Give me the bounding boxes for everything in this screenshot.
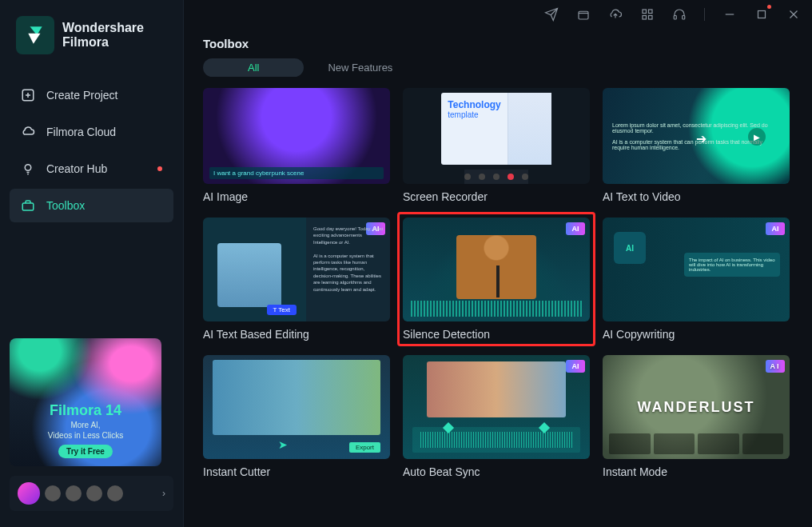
sidebar-item-creator-hub[interactable]: Creator Hub <box>10 152 173 186</box>
svg-rect-11 <box>649 10 653 14</box>
tab-all[interactable]: All <box>203 58 304 77</box>
card-ai-copywriting[interactable]: AI AI The impact of AI on business. This… <box>603 218 790 341</box>
app-logo: Wondershare Filmora <box>10 16 173 54</box>
tab-new-features[interactable]: New Features <box>328 62 392 74</box>
card-screen-recorder[interactable]: Technologytemplate Screen Recorder <box>403 88 590 203</box>
thumb-text: template <box>448 110 500 119</box>
sidebar: Wondershare Filmora Create Project Filmo… <box>0 0 184 527</box>
card-ai-text-to-video[interactable]: Lorem ipsum dolor sit amet, consectetur … <box>603 88 790 203</box>
card-caption: AI Text to Video <box>603 190 790 203</box>
sidebar-item-label: Create Project <box>46 89 117 102</box>
package-icon[interactable] <box>576 7 591 22</box>
svg-marker-1 <box>28 34 40 44</box>
sidebar-item-filmora-cloud[interactable]: Filmora Cloud <box>10 115 173 149</box>
account-row[interactable]: › <box>10 476 173 511</box>
headset-icon[interactable] <box>672 7 687 22</box>
tool-grid: AI Image Technologytemplate Screen Recor… <box>203 88 793 478</box>
promo-cta-button[interactable]: Try it Free <box>58 445 113 458</box>
app-logo-icon <box>16 16 54 54</box>
brand-line1: Wondershare <box>62 21 144 35</box>
avatar-icon <box>86 485 102 501</box>
card-auto-beat-sync[interactable]: AI Auto Beat Sync <box>403 355 590 478</box>
main-panel: Toolbox All New Features AI Image Techno… <box>184 0 812 527</box>
page-title: Toolbox <box>203 37 793 50</box>
close-button[interactable] <box>786 7 801 22</box>
tab-row: All New Features <box>203 58 793 77</box>
card-caption: Auto Beat Sync <box>403 465 590 478</box>
svg-rect-17 <box>758 11 766 18</box>
thumbnail: Export ➤ <box>203 355 390 459</box>
play-icon: ▶ <box>748 128 766 146</box>
ai-badge-icon: AI <box>766 222 785 235</box>
send-icon[interactable] <box>544 7 559 22</box>
sidebar-item-create-project[interactable]: Create Project <box>10 78 173 112</box>
avatar-icon <box>66 485 82 501</box>
card-caption: Instant Cutter <box>203 465 390 478</box>
card-caption: Silence Detection <box>403 328 590 341</box>
ai-badge-icon: AI <box>566 360 585 373</box>
card-instant-mode[interactable]: AI WANDERLUST Instant Mode <box>603 355 790 478</box>
thumb-title: WANDERLUST <box>638 399 755 416</box>
brand-line2: Filmora <box>62 35 144 50</box>
promo-subtitle-2: Videos in Less Clicks <box>48 431 123 440</box>
svg-rect-10 <box>643 10 647 14</box>
svg-rect-14 <box>674 16 676 20</box>
thumbnail: AI AI The impact of AI on business. This… <box>603 218 790 321</box>
thumbnail: AI WANDERLUST <box>603 355 790 459</box>
avatar-icon <box>45 485 61 501</box>
card-ai-image[interactable]: AI Image <box>203 88 390 203</box>
content-area: Toolbox All New Features AI Image Techno… <box>184 29 812 527</box>
svg-rect-8 <box>22 203 34 210</box>
svg-rect-12 <box>643 16 647 20</box>
promo-subtitle-1: More AI, <box>70 421 100 429</box>
thumbnail <box>203 88 390 184</box>
card-caption: AI Image <box>203 190 390 203</box>
card-caption: AI Copywriting <box>603 328 790 341</box>
sidebar-item-label: Filmora Cloud <box>46 126 116 138</box>
toolbox-icon <box>21 198 35 213</box>
cloud-icon <box>21 125 35 139</box>
thumbnail: Lorem ipsum dolor sit amet, consectetur … <box>603 88 790 184</box>
ai-box-icon: AI <box>614 232 646 264</box>
avatar-icon <box>18 482 40 505</box>
cursor-icon: ➤ <box>278 438 288 451</box>
card-caption: Instant Mode <box>603 465 790 478</box>
maximize-button[interactable] <box>754 7 769 22</box>
svg-rect-13 <box>649 16 653 20</box>
sidebar-item-label: Toolbox <box>46 199 85 212</box>
plus-square-icon <box>21 88 35 102</box>
card-caption: Screen Recorder <box>403 190 590 203</box>
promo-banner[interactable]: Filmora 14 More AI, Videos in Less Click… <box>10 338 161 466</box>
minimize-button[interactable] <box>722 7 737 22</box>
thumbnail: AI <box>403 355 590 459</box>
sidebar-item-toolbox[interactable]: Toolbox <box>10 189 173 222</box>
thumbnail: Technologytemplate <box>403 88 590 184</box>
svg-point-5 <box>25 165 31 171</box>
bulb-icon <box>21 162 35 176</box>
text-chip: T Text <box>267 305 297 315</box>
promo-title: Filmora 14 <box>50 402 121 419</box>
thumbnail: AI <box>403 218 590 321</box>
thumb-text: Technology <box>448 99 500 110</box>
avatar-icon <box>107 485 123 501</box>
card-silence-detection[interactable]: AI Silence Detection <box>397 212 595 346</box>
sidebar-item-label: Creator Hub <box>46 162 107 175</box>
separator <box>704 8 705 21</box>
ai-badge-icon: AI <box>766 360 785 373</box>
card-instant-cutter[interactable]: Export ➤ Instant Cutter <box>203 355 390 478</box>
titlebar <box>184 0 812 29</box>
card-caption: AI Text Based Editing <box>203 328 390 341</box>
cloud-upload-icon[interactable] <box>608 7 623 22</box>
export-chip: Export <box>349 442 380 453</box>
thumb-text: The impact of AI on business. This video… <box>684 253 780 277</box>
apps-grid-icon[interactable] <box>640 7 655 22</box>
svg-rect-9 <box>579 11 588 19</box>
thumbnail: AI Good day everyone! Today, most exciti… <box>203 218 390 321</box>
chevron-right-icon: › <box>162 488 165 499</box>
sidebar-nav: Create Project Filmora Cloud Creator Hub… <box>10 78 173 222</box>
svg-rect-15 <box>683 16 685 20</box>
card-ai-text-based-editing[interactable]: AI Good day everyone! Today, most exciti… <box>203 218 390 341</box>
arrow-right-icon: ➔ <box>696 131 707 146</box>
notification-dot-icon <box>157 166 162 171</box>
ai-badge-icon: AI <box>566 222 585 235</box>
